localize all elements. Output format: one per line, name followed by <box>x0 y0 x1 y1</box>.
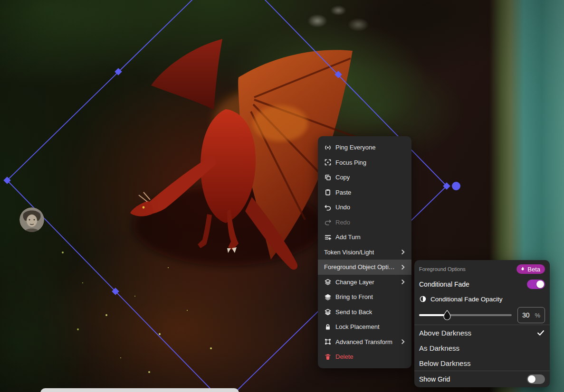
panel-title: Foreground Options <box>419 266 466 272</box>
beta-badge-label: Beta <box>527 266 540 273</box>
layers-icon <box>324 278 332 286</box>
copy-icon <box>324 174 332 181</box>
menu-item-label: Send to Back <box>335 308 372 316</box>
menu-item-label: Copy <box>335 174 350 181</box>
menu-item-token-vision-light[interactable]: Token Vision/Light <box>318 245 411 260</box>
menu-item-label: Token Vision/Light <box>324 249 374 256</box>
chevron-right-icon <box>399 248 407 256</box>
chevron-right-icon <box>399 263 407 271</box>
show-grid-label: Show Grid <box>419 375 450 383</box>
show-grid-row: Show Grid <box>414 371 550 387</box>
opacity-slider[interactable] <box>419 310 512 320</box>
option-label: Below Darkness <box>419 359 470 367</box>
menu-item-ping-everyone[interactable]: Ping Everyone <box>318 140 411 155</box>
opacity-input[interactable] <box>522 311 533 319</box>
menu-item-bring-to-front[interactable]: Bring to Front <box>318 289 411 305</box>
menu-item-paste[interactable]: Paste <box>318 185 411 200</box>
check-icon <box>536 328 545 337</box>
menu-item-delete[interactable]: Delete <box>318 349 411 364</box>
menu-item-label: Focus Ping <box>335 159 366 166</box>
menu-item-label: Ping Everyone <box>335 144 376 151</box>
paste-icon <box>324 188 332 196</box>
map-canvas[interactable]: Ping Everyone Focus Ping Copy Paste <box>0 0 564 392</box>
menu-item-lock-placement[interactable]: Lock Placement <box>318 319 411 335</box>
chevron-right-icon <box>399 278 407 286</box>
context-menu: Ping Everyone Focus Ping Copy Paste <box>318 136 411 368</box>
panel-header: Foreground Options Beta <box>414 260 550 276</box>
conditional-fade-row: Conditional Fade <box>414 276 550 292</box>
beta-badge: Beta <box>516 264 545 274</box>
menu-item-undo[interactable]: Undo <box>318 200 411 215</box>
menu-item-label: Bring to Front <box>335 293 373 300</box>
menu-item-copy[interactable]: Copy <box>318 170 411 185</box>
menu-item-foreground-object-options[interactable]: Foreground Object Options <box>318 260 411 275</box>
opacity-label-row: Conditional Fade Opacity <box>414 292 550 306</box>
opacity-slider-thumb[interactable] <box>443 310 451 320</box>
show-grid-toggle[interactable] <box>527 374 545 384</box>
bottom-toolbar[interactable] <box>40 388 239 392</box>
toggle-knob <box>528 375 535 383</box>
add-turn-icon <box>324 233 332 241</box>
undo-icon <box>324 204 332 211</box>
conditional-fade-toggle[interactable] <box>527 280 545 289</box>
menu-item-label: Advanced Transform <box>335 338 392 345</box>
menu-item-label: Undo <box>335 204 350 211</box>
send-to-back-icon <box>324 308 332 316</box>
menu-item-label: Change Layer <box>335 279 374 286</box>
trash-icon <box>324 353 332 361</box>
option-as-darkness[interactable]: As Darkness <box>414 340 550 355</box>
player-avatar[interactable] <box>19 207 44 232</box>
option-label: Above Darkness <box>419 329 471 337</box>
option-label: As Darkness <box>419 344 459 352</box>
menu-item-send-to-back[interactable]: Send to Back <box>318 305 411 320</box>
menu-item-label: Lock Placement <box>335 323 380 330</box>
foreground-options-panel: Foreground Options Beta Conditional Fade… <box>414 260 550 387</box>
opacity-slider-row: % <box>414 306 550 325</box>
menu-item-label: Add Turn <box>335 233 361 241</box>
opacity-unit: % <box>535 312 540 319</box>
chevron-right-icon <box>399 338 407 345</box>
ping-icon <box>324 144 332 151</box>
menu-item-redo[interactable]: Redo <box>318 215 411 230</box>
transform-icon <box>324 338 332 345</box>
menu-item-label: Foreground Object Options <box>324 263 395 271</box>
fire-icon <box>520 266 526 272</box>
focus-ping-icon <box>324 159 332 166</box>
lock-icon <box>324 323 332 331</box>
menu-item-advanced-transform[interactable]: Advanced Transform <box>318 335 411 350</box>
toggle-knob <box>536 280 544 288</box>
menu-item-label: Redo <box>335 219 350 226</box>
menu-item-label: Paste <box>335 189 351 196</box>
menu-item-change-layer[interactable]: Change Layer <box>318 275 411 290</box>
redo-icon <box>324 218 332 226</box>
menu-item-focus-ping[interactable]: Focus Ping <box>318 155 411 170</box>
opacity-value-box: % <box>517 307 545 323</box>
avatar-portrait <box>19 207 44 232</box>
menu-item-add-turn[interactable]: Add Turn <box>318 230 411 245</box>
option-below-darkness[interactable]: Below Darkness <box>414 355 550 371</box>
menu-item-label: Delete <box>335 353 354 360</box>
contrast-icon <box>419 295 427 303</box>
opacity-label: Conditional Fade Opacity <box>430 296 503 303</box>
bring-to-front-icon <box>324 293 332 301</box>
conditional-fade-label: Conditional Fade <box>419 280 469 288</box>
option-above-darkness[interactable]: Above Darkness <box>414 325 550 340</box>
